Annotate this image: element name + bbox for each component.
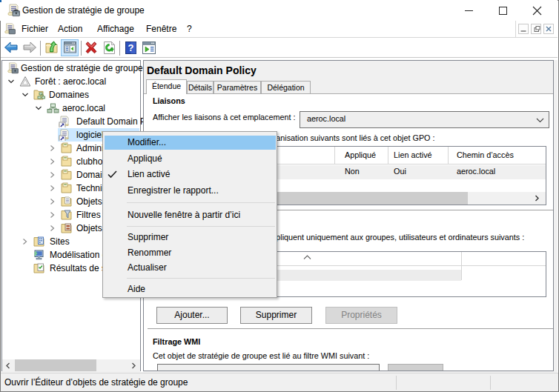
svg-text:?: ? — [128, 42, 134, 53]
